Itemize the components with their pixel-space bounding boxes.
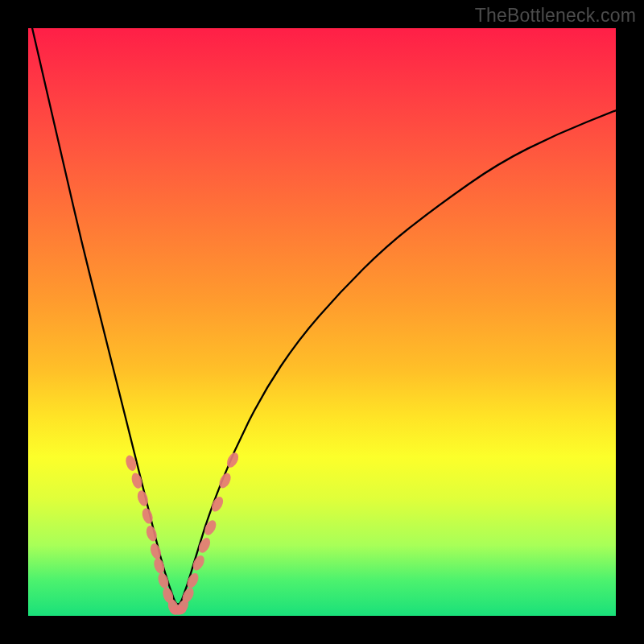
chart-frame: TheBottleneck.com xyxy=(0,0,644,644)
bottleneck-curve xyxy=(28,28,616,604)
watermark-text: TheBottleneck.com xyxy=(475,5,636,27)
svg-point-1 xyxy=(130,472,144,490)
plot-area xyxy=(28,28,616,616)
pink-dot-cluster xyxy=(124,451,241,616)
svg-point-17 xyxy=(209,495,225,514)
svg-point-7 xyxy=(156,572,171,590)
curve-svg xyxy=(28,28,616,616)
